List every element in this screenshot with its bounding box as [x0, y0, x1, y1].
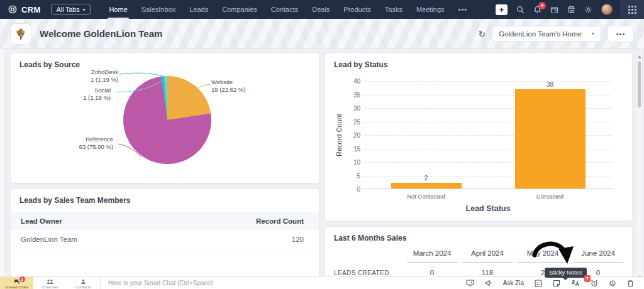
- cell-record-count: 120: [292, 236, 309, 243]
- card-title: Last 6 Months Sales: [334, 234, 623, 243]
- y-tick-label: 10: [343, 159, 360, 166]
- pie-label-zohodesk: ZohoDesk1 (1.19 %): [58, 68, 118, 83]
- chat-tab-contacts[interactable]: Contacts: [67, 277, 100, 289]
- vertical-scrollbar[interactable]: [636, 53, 643, 281]
- header-more-button[interactable]: •••: [608, 26, 634, 42]
- chevron-down-icon: ▾: [82, 7, 85, 13]
- dashboard-selector-value: GoldenLion Team's Home: [499, 30, 582, 38]
- pie-label-website: Website19 (22.62 %): [211, 79, 245, 93]
- brand: CRM: [8, 4, 41, 14]
- card-title: Leads by Sales Team Members: [19, 196, 310, 205]
- nav-tab-products[interactable]: Products: [336, 0, 377, 19]
- company-logo: [10, 23, 31, 45]
- nav-tab-contacts[interactable]: Contacts: [264, 0, 305, 19]
- lead-by-status-card: Lead by Status Record Count 051015202530…: [325, 53, 633, 221]
- collapsed-sidebar[interactable]: [0, 49, 5, 276]
- nav-tab-leads[interactable]: Leads: [182, 0, 215, 19]
- recycle-bin-icon[interactable]: [627, 280, 634, 287]
- settings-gear-icon[interactable]: [584, 6, 592, 14]
- channels-icon: [47, 278, 53, 285]
- tree-logo-icon: [13, 26, 28, 41]
- col-lead-owner: Lead Owner: [21, 217, 256, 225]
- feedback-smiley-icon[interactable]: [535, 280, 542, 287]
- x-axis-label: Lead Status: [364, 204, 612, 213]
- sticky-notes-badge: 7: [584, 275, 591, 282]
- leads-by-source-card: Leads by Source ZohoDesk1 (1.19 %) Socia…: [10, 53, 319, 183]
- bar-contacted[interactable]: [515, 89, 586, 188]
- grid-dots: [628, 6, 636, 14]
- screen-share-icon[interactable]: [466, 280, 474, 286]
- reminder-alarm-icon[interactable]: [591, 280, 598, 287]
- x-category-label: Contacted: [488, 193, 612, 200]
- y-tick-label: 35: [343, 91, 360, 98]
- y-tick-label: 20: [343, 132, 360, 139]
- bar-not-contacted[interactable]: [391, 183, 462, 188]
- announcement-megaphone-icon[interactable]: [485, 280, 492, 286]
- nav-tab-home[interactable]: Home: [102, 0, 134, 19]
- cell-march-value: 0: [407, 263, 457, 276]
- cell-april-value: 118: [462, 263, 513, 276]
- page-title: Welcome GoldenLion Team: [40, 28, 162, 39]
- dashboard-selector[interactable]: GoldenLion Team's Home ▾: [492, 26, 601, 42]
- lead-by-status-bar-chart: Record Count 0510152025303540238 Not Con…: [334, 75, 621, 221]
- search-icon[interactable]: [516, 6, 525, 14]
- scrollbar-up-icon[interactable]: [638, 55, 641, 58]
- pie-label-reference: Reference63 (75.00 %): [53, 136, 113, 150]
- header-actions: ↻ GoldenLion Team's Home ▾ •••: [478, 26, 634, 42]
- chat-tab-label: Channels: [42, 285, 58, 289]
- tooltip-text: Sticky Notes: [549, 269, 582, 276]
- nav-tab-deals[interactable]: Deals: [305, 0, 336, 19]
- all-tabs-dropdown[interactable]: All Tabs ▾: [51, 4, 91, 15]
- all-tabs-label: All Tabs: [57, 6, 80, 13]
- notifications-bell-icon[interactable]: 4: [533, 6, 541, 14]
- translate-icon[interactable]: [571, 280, 580, 286]
- scrollbar-thumb[interactable]: [638, 61, 641, 107]
- navbar-actions: + 4: [496, 0, 619, 19]
- chat-tab-label: Unread Chats: [5, 285, 28, 289]
- y-tick-label: 5: [343, 172, 360, 179]
- chat-tab-unread-chats[interactable]: 2 Unread Chats: [0, 277, 33, 289]
- table-row[interactable]: GoldenLion Team 120: [11, 230, 319, 249]
- top-navbar: CRM All Tabs ▾ Home SalesInbox Leads Com…: [0, 0, 644, 19]
- bars: 238: [364, 81, 612, 188]
- chat-bubbles-icon: 2: [14, 278, 20, 285]
- calendar-icon[interactable]: [550, 6, 558, 14]
- nav-tab-tasks[interactable]: Tasks: [378, 0, 409, 19]
- history-icon[interactable]: [609, 280, 616, 287]
- bar-value-label: 38: [547, 81, 553, 88]
- ask-zia-button[interactable]: Ask Zia: [503, 280, 524, 286]
- nav-tab-companies[interactable]: Companies: [215, 0, 264, 19]
- main-nav: Home SalesInbox Leads Companies Contacts…: [102, 0, 474, 19]
- nav-tab-meetings[interactable]: Meetings: [409, 0, 452, 19]
- cell-lead-owner: GoldenLion Team: [21, 236, 292, 243]
- sticky-notes-icon[interactable]: [553, 280, 560, 287]
- chat-tab-label: Contacts: [76, 285, 91, 289]
- x-category-label: Not Contacted: [364, 193, 488, 200]
- col-june-2024: June 2024: [573, 245, 623, 263]
- crm-dashboard-page: CRM All Tabs ▾ Home SalesInbox Leads Com…: [0, 0, 644, 289]
- smart-chat-bar: 2 Unread Chats Channels Contacts Here is…: [0, 276, 644, 289]
- y-tick-label: 40: [343, 78, 360, 85]
- empty-header-cell: [334, 245, 402, 263]
- y-tick-label: 15: [343, 145, 360, 152]
- brand-title: CRM: [21, 5, 41, 14]
- user-avatar[interactable]: [601, 4, 613, 15]
- bottom-dock: Ask Zia: [461, 277, 644, 289]
- zoho-logo-icon: [8, 4, 18, 14]
- smart-chat-input[interactable]: Here is your Smart Chat (Ctrl+Space): [100, 277, 461, 289]
- sticky-notes-tooltip: Sticky Notes 7: [545, 268, 587, 278]
- apps-grid-icon[interactable]: [620, 0, 644, 19]
- chat-tabs: 2 Unread Chats Channels Contacts: [0, 277, 100, 289]
- refresh-icon[interactable]: ↻: [478, 29, 486, 39]
- chat-tab-channels[interactable]: Channels: [33, 277, 67, 289]
- y-tick-label: 25: [343, 118, 360, 125]
- notification-badge: 4: [538, 2, 546, 9]
- nav-tab-salesinbox[interactable]: SalesInbox: [135, 0, 182, 19]
- marketplace-icon[interactable]: [567, 6, 575, 14]
- pie-chart-area: ZohoDesk1 (1.19 %) Social1 (1.19 %) Webs…: [11, 53, 319, 183]
- create-button[interactable]: +: [496, 4, 508, 15]
- bar-chart-plot-area[interactable]: 0510152025303540238: [364, 81, 612, 189]
- chevron-down-icon: ▾: [592, 31, 594, 36]
- nav-more-tabs-icon[interactable]: •••: [452, 0, 475, 19]
- card-title: Lead by Status: [334, 60, 623, 69]
